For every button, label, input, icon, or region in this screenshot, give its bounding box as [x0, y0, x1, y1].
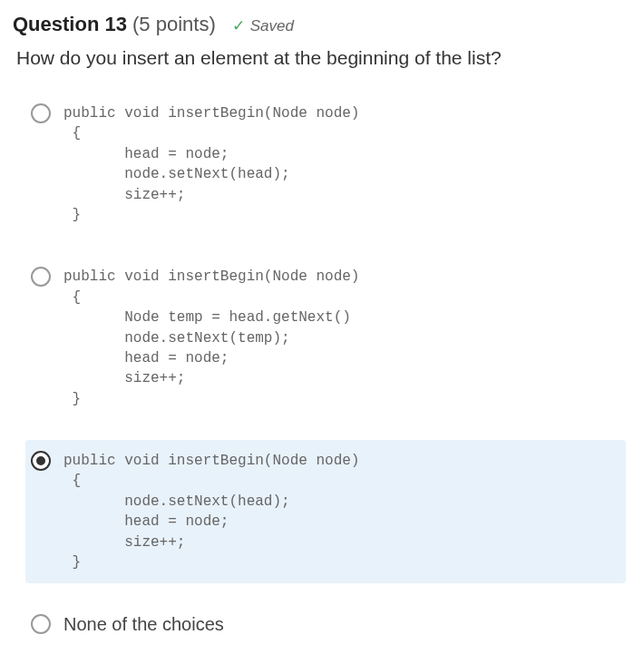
radio-icon [31, 614, 51, 634]
option-2[interactable]: public void insertBegin(Node node) { Nod… [25, 256, 626, 420]
options-group: public void insertBegin(Node node) { hea… [13, 87, 631, 651]
radio-icon [31, 451, 51, 471]
code-block: public void insertBegin(Node node) { Nod… [63, 267, 617, 409]
question-number: Question 13 [13, 13, 127, 35]
option-content: public void insertBegin(Node node) { Nod… [63, 267, 617, 409]
option-content: public void insertBegin(Node node) { nod… [63, 451, 617, 572]
question-header: Question 13 (5 points) ✓ Saved [13, 13, 631, 36]
question-title: Question 13 (5 points) [13, 13, 216, 36]
option-content: public void insertBegin(Node node) { hea… [63, 103, 617, 225]
option-3[interactable]: public void insertBegin(Node node) { nod… [25, 440, 626, 583]
code-block: public void insertBegin(Node node) { nod… [63, 451, 617, 572]
question-points: (5 points) [132, 13, 216, 35]
option-text: None of the choices [63, 614, 224, 634]
option-4[interactable]: None of the choices [25, 603, 626, 646]
saved-indicator: ✓ Saved [232, 16, 294, 35]
radio-icon [31, 103, 51, 123]
check-icon: ✓ [232, 16, 245, 35]
question-prompt: How do you insert an element at the begi… [13, 47, 631, 69]
saved-label: Saved [250, 17, 294, 35]
code-block: public void insertBegin(Node node) { hea… [63, 103, 617, 225]
option-content: None of the choices [63, 614, 617, 635]
option-1[interactable]: public void insertBegin(Node node) { hea… [25, 93, 626, 236]
radio-icon [31, 267, 51, 287]
